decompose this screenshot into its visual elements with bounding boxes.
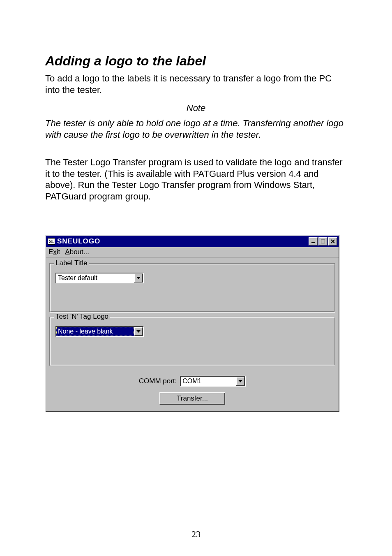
chevron-down-icon[interactable] bbox=[134, 273, 143, 283]
close-button[interactable] bbox=[328, 237, 337, 246]
minimize-button[interactable] bbox=[309, 237, 318, 246]
group-label-title-text: Label Title bbox=[54, 259, 89, 267]
titlebar[interactable]: SL SNEULOGO bbox=[46, 236, 339, 247]
svg-rect-0 bbox=[311, 242, 315, 243]
menubar: Exit About... bbox=[46, 247, 339, 257]
tag-logo-value: None - leave blank bbox=[56, 327, 134, 336]
comm-port-combo[interactable]: COM1 bbox=[180, 376, 246, 387]
menu-about[interactable]: About... bbox=[65, 248, 89, 256]
label-title-value: Tester default bbox=[56, 273, 134, 283]
chevron-down-icon[interactable] bbox=[134, 327, 143, 336]
comm-port-value: COM1 bbox=[181, 377, 236, 386]
svg-rect-1 bbox=[321, 240, 325, 243]
intro-paragraph: To add a logo to the labels it is necess… bbox=[45, 73, 347, 95]
body-paragraph-2: The Tester Logo Transfer program is used… bbox=[45, 157, 347, 202]
comm-port-label: COMM port: bbox=[139, 377, 177, 385]
maximize-button[interactable] bbox=[318, 237, 327, 246]
page-number: 23 bbox=[0, 529, 392, 540]
sneulogo-window: SL SNEULOGO Exit About... Label Ti bbox=[45, 235, 339, 412]
transfer-button[interactable]: Transfer... bbox=[159, 392, 225, 405]
note-text: The tester is only able to hold one logo… bbox=[45, 118, 347, 140]
note-label: Note bbox=[45, 103, 347, 114]
group-tag-logo-text: Test 'N' Tag Logo bbox=[54, 313, 110, 321]
page-heading: Adding a logo to the label bbox=[45, 53, 347, 69]
group-label-title: Label Title Tester default bbox=[49, 263, 335, 313]
tag-logo-combo[interactable]: None - leave blank bbox=[55, 326, 144, 337]
chevron-down-icon[interactable] bbox=[236, 377, 245, 386]
window-title: SNEULOGO bbox=[57, 237, 100, 246]
menu-exit[interactable]: Exit bbox=[48, 248, 60, 256]
group-tag-logo: Test 'N' Tag Logo None - leave blank bbox=[49, 317, 335, 366]
label-title-combo[interactable]: Tester default bbox=[55, 273, 144, 283]
app-icon: SL bbox=[48, 238, 55, 245]
